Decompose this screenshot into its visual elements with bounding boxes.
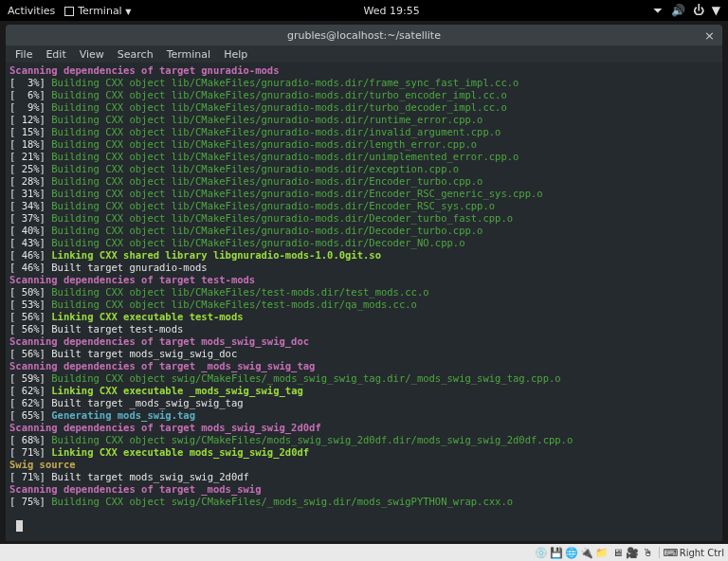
- tray-display-icon[interactable]: 🖥: [611, 547, 624, 559]
- menu-help[interactable]: Help: [218, 47, 253, 62]
- terminal-window: grubles@localhost:~/satellite × File Edi…: [6, 25, 722, 541]
- tray-hdd-icon[interactable]: 💾: [551, 547, 563, 559]
- clock[interactable]: Wed 19:55: [131, 5, 651, 17]
- tray-disk-icon[interactable]: 💿: [536, 547, 548, 559]
- network-icon[interactable]: ⏷: [652, 4, 664, 17]
- tray-usb-icon[interactable]: 🔌: [581, 547, 593, 559]
- gnome-topbar: Activities Terminal ▼ Wed 19:55 ⏷ 🔊 ⏻ ▼: [0, 0, 728, 21]
- terminal-icon: [64, 7, 74, 16]
- terminal-output[interactable]: Scanning dependencies of target gnuradio…: [6, 63, 722, 541]
- chevron-down-icon[interactable]: ▼: [712, 4, 720, 17]
- host-key-label: Right Ctrl: [680, 548, 724, 558]
- menu-edit[interactable]: Edit: [40, 47, 71, 62]
- menu-terminal[interactable]: Terminal: [161, 47, 217, 62]
- menu-file[interactable]: File: [9, 47, 38, 62]
- close-button[interactable]: ×: [704, 28, 715, 43]
- menu-view[interactable]: View: [74, 47, 110, 62]
- window-titlebar[interactable]: grubles@localhost:~/satellite ×: [6, 25, 722, 45]
- tray-separator: [659, 547, 660, 558]
- activities-button[interactable]: Activities: [8, 5, 55, 17]
- tray-shared-icon[interactable]: 📁: [596, 547, 609, 559]
- terminal-cursor: [16, 520, 23, 532]
- tray-mouse-icon[interactable]: 🖱: [642, 547, 654, 559]
- window-title: grubles@localhost:~/satellite: [287, 29, 441, 42]
- tray-keyboard-icon[interactable]: ⌨: [664, 547, 677, 559]
- tray-net-icon[interactable]: 🌐: [566, 547, 578, 559]
- vm-statusbar: 💿 💾 🌐 🔌 📁 🖥 🎥 🖱 ⌨ Right Ctrl: [0, 544, 728, 561]
- power-icon[interactable]: ⏻: [693, 4, 704, 17]
- tray-record-icon[interactable]: 🎥: [627, 547, 639, 559]
- menubar: File Edit View Search Terminal Help: [6, 45, 722, 63]
- menu-search[interactable]: Search: [112, 47, 159, 62]
- volume-icon[interactable]: 🔊: [671, 4, 685, 17]
- terminal-app-indicator[interactable]: Terminal ▼: [64, 5, 131, 17]
